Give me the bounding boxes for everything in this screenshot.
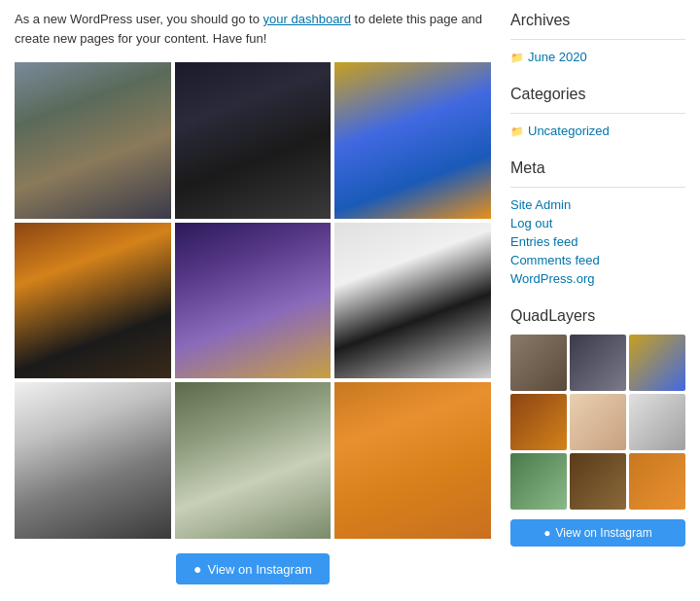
sidebar: Archives 📁 June 2020 Categories 📁 Uncate…: [510, 10, 685, 584]
main-content: As a new WordPress user, you should go t…: [15, 10, 510, 584]
quad-thumb-2[interactable]: [570, 335, 626, 391]
instagram-icon: ●: [193, 561, 201, 577]
archives-divider: [510, 39, 685, 40]
image-placeholder-1: [15, 62, 171, 219]
image-placeholder-3: [334, 62, 491, 219]
image-placeholder-2: [175, 62, 332, 219]
instagram-image-1[interactable]: [15, 62, 171, 219]
instagram-image-8[interactable]: [175, 382, 332, 539]
archives-june-2020-link[interactable]: June 2020: [528, 50, 587, 64]
instagram-image-4[interactable]: [15, 223, 171, 379]
quad-thumb-1[interactable]: [510, 335, 567, 391]
meta-title: Meta: [510, 159, 685, 177]
instagram-image-9[interactable]: [334, 382, 491, 539]
page-wrapper: As a new WordPress user, you should go t…: [0, 0, 700, 594]
quad-thumb-3[interactable]: [629, 335, 685, 391]
log-out-link[interactable]: Log out: [510, 216, 685, 230]
image-placeholder-4: [15, 223, 171, 379]
instagram-image-6[interactable]: [334, 223, 491, 379]
quad-thumb-9[interactable]: [629, 453, 685, 510]
quad-thumb-8[interactable]: [570, 453, 626, 510]
quadlayers-view-instagram-label: View on Instagram: [556, 526, 652, 540]
quadlayers-title: QuadLayers: [510, 307, 685, 325]
instagram-image-grid: [15, 62, 491, 539]
quadlayers-grid: [510, 335, 685, 510]
comments-feed-link[interactable]: Comments feed: [510, 253, 685, 267]
quadlayers-section: QuadLayers ● View on Instagram: [510, 307, 685, 547]
image-placeholder-9: [334, 382, 491, 539]
archives-folder-row: 📁 June 2020: [510, 50, 685, 66]
archives-title: Archives: [510, 12, 685, 29]
quad-thumb-4[interactable]: [510, 394, 567, 450]
meta-section: Meta Site Admin Log out Entries feed Com…: [510, 159, 685, 288]
meta-links: Site Admin Log out Entries feed Comments…: [510, 197, 685, 288]
quadlayers-view-instagram-button[interactable]: ● View on Instagram: [510, 519, 685, 547]
notice-text: As a new WordPress user, you should go t…: [15, 10, 491, 48]
image-placeholder-7: [15, 382, 171, 539]
view-instagram-container: ● View on Instagram: [15, 553, 491, 584]
quadlayers-instagram-icon: ●: [543, 526, 550, 540]
quad-thumb-5[interactable]: [570, 394, 626, 450]
categories-folder-row: 📁 Uncategorized: [510, 124, 685, 140]
wordpress-org-link[interactable]: WordPress.org: [510, 271, 685, 286]
entries-feed-link[interactable]: Entries feed: [510, 234, 685, 249]
dashboard-link[interactable]: your dashboard: [263, 12, 351, 26]
uncategorized-link[interactable]: Uncategorized: [528, 124, 610, 138]
notice-text-before: As a new WordPress user, you should go t…: [15, 12, 263, 26]
image-placeholder-6: [334, 223, 491, 379]
instagram-image-7[interactable]: [15, 382, 171, 539]
instagram-image-5[interactable]: [175, 223, 332, 379]
site-admin-link[interactable]: Site Admin: [510, 197, 685, 212]
view-instagram-button[interactable]: ● View on Instagram: [176, 553, 330, 584]
categories-section: Categories 📁 Uncategorized: [510, 86, 685, 140]
instagram-image-2[interactable]: [175, 62, 332, 219]
folder-icon: 📁: [510, 52, 524, 64]
instagram-image-3[interactable]: [334, 62, 491, 219]
archives-section: Archives 📁 June 2020: [510, 12, 685, 66]
categories-divider: [510, 113, 685, 114]
quad-thumb-7[interactable]: [510, 453, 567, 510]
folder-icon-categories: 📁: [510, 125, 524, 138]
meta-divider: [510, 187, 685, 188]
quad-thumb-6[interactable]: [629, 394, 685, 450]
categories-title: Categories: [510, 86, 685, 103]
view-instagram-label: View on Instagram: [208, 562, 312, 577]
image-placeholder-5: [175, 223, 332, 379]
image-placeholder-8: [175, 382, 332, 539]
